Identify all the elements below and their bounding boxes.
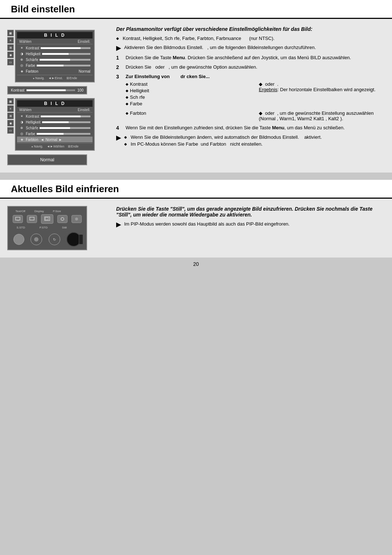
osd2-kontrast-label: Kontrast bbox=[26, 114, 39, 118]
arrow2-bullet1: Wenn Sie die Bildeinstellungen ändern, w… bbox=[124, 134, 322, 140]
remote-btn-display bbox=[27, 215, 37, 223]
osd1-farbe-label: Farbe bbox=[26, 64, 35, 68]
osd2-side-icon-2: ≡ bbox=[7, 105, 14, 112]
osd2-header: Wählen Einstell. bbox=[17, 108, 93, 113]
diamond-icon-5: ◆ bbox=[126, 111, 128, 115]
osd1-kontrast-label: Kontrast bbox=[26, 46, 39, 50]
osd1-screen: B I L D Wählen Einstell. ☀ Kontrast bbox=[15, 30, 95, 82]
svg-point-5 bbox=[61, 218, 64, 220]
remote-btn-extra2 bbox=[72, 215, 82, 223]
svg-rect-4 bbox=[45, 218, 48, 220]
osd1-nav-navig: ⬥ Navig. bbox=[33, 76, 45, 80]
display-icon bbox=[29, 217, 34, 221]
step3: 3 Zur Einstellung von dr cken Sie... bbox=[116, 74, 385, 121]
kontrast-bar-box: Kontrast 100 bbox=[7, 86, 87, 94]
step3-num: 3 bbox=[116, 74, 122, 121]
arrow2-bullets: Wenn Sie die Bildeinstellungen ändern, w… bbox=[124, 134, 322, 147]
section2-right-panel: Drücken Sie die Taste "Still", um das ge… bbox=[109, 206, 385, 231]
osd1-schaerfe-bar bbox=[40, 59, 90, 61]
step3-col1-kontrast: ◆ Kontrast bbox=[126, 81, 252, 87]
svg-rect-0 bbox=[16, 217, 20, 220]
osd1-title: B I L D bbox=[17, 32, 93, 39]
section1-title: Bild einstellen bbox=[0, 0, 392, 19]
step1-num: 1 bbox=[116, 55, 122, 61]
step3-col2: ◆ oder . Ergebnis: Der horizontale Einst… bbox=[259, 81, 385, 108]
remote-bottom-labels-row: S.STD P.STD Still bbox=[11, 226, 83, 229]
osd-side-icon-1: ▦ bbox=[7, 30, 14, 36]
osd1-farbe-bar bbox=[37, 65, 90, 66]
remote-label-text-off: Text/Off bbox=[15, 210, 25, 213]
remote-btn-textoff bbox=[13, 215, 23, 223]
remote-circle-1 bbox=[13, 234, 24, 245]
section2-arrow-text: Im PIP-Modus werden sowohl das Hauptbild… bbox=[124, 221, 290, 228]
osd2-side-icons: ▦ ≡ ⊞ ◉ ▭ bbox=[7, 98, 14, 151]
arrow1-icon: ▶ bbox=[116, 44, 121, 52]
osd2-nav-waehlen: ◄►Wählen bbox=[47, 145, 64, 148]
osd2-helligkeit-bar bbox=[42, 121, 90, 123]
osd2-schaerfe-bar bbox=[40, 127, 90, 129]
intro-text: Der Plasmamonitor verfügt über verschied… bbox=[116, 26, 385, 32]
osd1-nav-einst: ◄►Einst. bbox=[48, 76, 63, 80]
osd2-side-icon-5: ▭ bbox=[7, 127, 14, 134]
osd2-farbton-label: Farbton bbox=[26, 138, 38, 142]
section2-title: Aktuelles Bild einfrieren bbox=[0, 180, 392, 199]
osd-side-icon-2: ≡ bbox=[7, 37, 14, 44]
osd-side-icon-5: ▭ bbox=[7, 59, 14, 65]
osd2-side-icon-1: ▦ bbox=[7, 98, 14, 105]
remote-label-sstd: S.STD bbox=[16, 226, 25, 229]
osd1-schaerfe-label: Schärfe bbox=[26, 58, 38, 62]
osd2-header-right: Einstell. bbox=[78, 108, 90, 112]
osd2-farbton-icon: ◈ bbox=[19, 137, 24, 142]
step3-helligkeit: Helligkeit bbox=[130, 88, 149, 93]
page: Bild einstellen DEU ▦ ≡ ⊞ ◉ bbox=[0, 0, 392, 555]
osd2-kontrast-icon: ☀ bbox=[19, 114, 24, 119]
arrow-symbol: ↻ bbox=[53, 238, 56, 242]
remote-circle-dark bbox=[66, 232, 81, 247]
osd1-row-kontrast: ☀ Kontrast bbox=[17, 45, 93, 51]
osd2-helligkeit-icon: ◑ bbox=[19, 119, 24, 125]
osd1-side-icons: ▦ ≡ ⊞ ◉ ▭ bbox=[7, 30, 14, 82]
osd1-header: Wählen Einstell. bbox=[17, 39, 93, 44]
osd1-farbton-icon: ◈ bbox=[19, 69, 24, 74]
kontrast-label: Kontrast bbox=[11, 88, 24, 92]
step3-farbton-row: ◆ Farbton ◆ oder , um die gewünschte Ein… bbox=[126, 110, 385, 121]
osd1-helligkeit-icon: ◑ bbox=[19, 51, 24, 56]
kontrast-bar-fill bbox=[26, 89, 65, 91]
osd2-nav: ⬥ Navig. ◄►Wählen ⊞Ende bbox=[17, 143, 93, 149]
osd1-kontrast-bar bbox=[41, 47, 90, 49]
osd2-row-kontrast: ☀ Kontrast bbox=[17, 113, 93, 119]
osd1-schaerfe-icon: ⊕ bbox=[19, 57, 24, 62]
osd2-wrapper: ▦ ≡ ⊞ ◉ ▭ B I L D Wählen Einstell. bbox=[7, 98, 102, 151]
osd1-header-right: Einstell. bbox=[78, 40, 90, 44]
normal-text: Normal bbox=[40, 157, 54, 162]
remote-side-bar bbox=[79, 234, 83, 244]
remote-top-labels: Text/Off Display P.Size bbox=[11, 210, 83, 213]
remote-btn-psize bbox=[41, 214, 53, 224]
section2-bold-text: Drücken Sie die Taste "Still", um das ge… bbox=[116, 206, 385, 218]
osd2-row-farbe: ◎ Farbe bbox=[17, 131, 93, 137]
osd1-farbe-icon: ◎ bbox=[19, 63, 24, 68]
osd1-farbton-value: Normal bbox=[79, 69, 90, 73]
step1: 1 Drücken Sie die Taste Menu. Drücken Si… bbox=[116, 55, 385, 61]
step3-col2-p1: ◆ oder . bbox=[259, 81, 385, 87]
remote-label-still: Still bbox=[59, 226, 67, 229]
osd1-kontrast-icon: ☀ bbox=[19, 45, 24, 50]
step1-content: Drücken Sie die Taste Menu. Drücken Sie … bbox=[126, 55, 385, 61]
left-panel: DEU ▦ ≡ ⊞ ◉ ▭ B I L D bbox=[7, 26, 102, 165]
kontrast-value: 100 bbox=[77, 88, 83, 92]
step3-farbton-item: ◆ Farbton bbox=[126, 110, 252, 116]
bullet1-item1: Kontrast, Helligkeit, Sch rfe, Farbe, Fa… bbox=[116, 36, 385, 41]
arrow2-icon: ▶ bbox=[116, 134, 121, 150]
remote-control: Text/Off Display P.Size bbox=[7, 206, 87, 250]
page-num-text: 20 bbox=[193, 261, 199, 267]
osd2-kontrast-bar bbox=[41, 116, 90, 117]
osd2-row-helligkeit: ◑ Helligkeit bbox=[17, 119, 93, 125]
remote-label-psize: P.Size bbox=[53, 210, 61, 213]
step2-content: Drücken Sie oder , um die gewünschte Opt… bbox=[126, 64, 385, 70]
step3-schaerfe: Sch rfe bbox=[130, 94, 145, 100]
osd-side-icon-4: ◉ bbox=[7, 52, 14, 58]
diamond-icon-1: ◆ bbox=[126, 82, 128, 86]
diamond-icon-4: ◆ bbox=[126, 102, 128, 106]
remote-circle-2 bbox=[30, 234, 42, 245]
section2: Aktuelles Bild einfrieren Text/Off Displ… bbox=[0, 180, 392, 258]
